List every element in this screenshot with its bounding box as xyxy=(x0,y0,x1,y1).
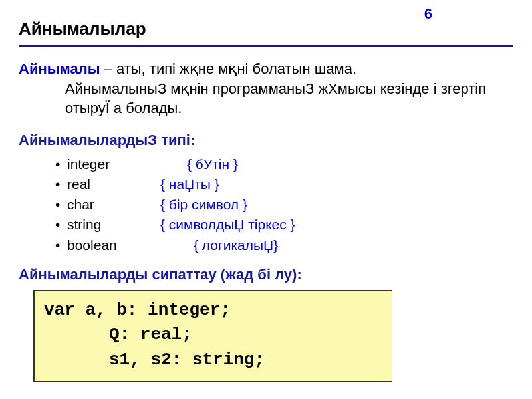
type-comment: { бУтін } xyxy=(187,156,238,172)
page-number: 6 xyxy=(424,5,432,23)
type-comment: { наЏты } xyxy=(160,176,219,192)
type-comment: { логикалыЏ} xyxy=(194,237,278,253)
type-name: real xyxy=(67,174,160,194)
declare-heading: Айнымалыларды сипаттау (жад бі лу): xyxy=(19,265,513,285)
definition-continuation: АйнымалыныЗ мқнін программаныЗ жХмысы ке… xyxy=(19,79,513,118)
definition-line1: аты, типі жқне мқні болатын шама. xyxy=(116,61,356,77)
code-line-2: Q: real; xyxy=(44,323,382,348)
definition-block: Айнымалы – аты, типі жқне мқні болатын ш… xyxy=(19,59,513,118)
code-line-1: var a, b: integer; xyxy=(44,300,231,320)
code-line-3: s1, s2: string; xyxy=(44,348,382,373)
list-item: char{ бір символ } xyxy=(55,195,513,215)
type-name: string xyxy=(67,215,160,235)
definition-term: Айнымалы xyxy=(19,61,100,77)
list-item: string{ символдыЏ тіркес } xyxy=(55,215,513,235)
content: Айнымалы – аты, типі жқне мқні болатын ш… xyxy=(19,47,513,382)
page-title: Айнымалылар xyxy=(19,19,513,39)
code-box: var a, b: integer; Q: real; s1, s2: stri… xyxy=(33,290,392,382)
definition-dash: – xyxy=(100,61,116,77)
type-comment: { бір символ } xyxy=(160,197,247,212)
type-name: integer xyxy=(67,154,187,174)
type-name: boolean xyxy=(67,235,194,255)
type-name: char xyxy=(67,195,160,215)
list-item: real{ наЏты } xyxy=(55,174,513,194)
list-item: integer{ бУтін } xyxy=(55,154,513,174)
list-item: boolean{ логикалыЏ} xyxy=(55,235,513,255)
slide: 6 Айнымалылар Айнымалы – аты, типі жқне … xyxy=(0,0,532,399)
types-list: integer{ бУтін } real{ наЏты } char{ бір… xyxy=(19,154,513,255)
types-heading: АйнымалылардыЗ типі: xyxy=(19,130,513,150)
type-comment: { символдыЏ тіркес } xyxy=(160,217,295,232)
